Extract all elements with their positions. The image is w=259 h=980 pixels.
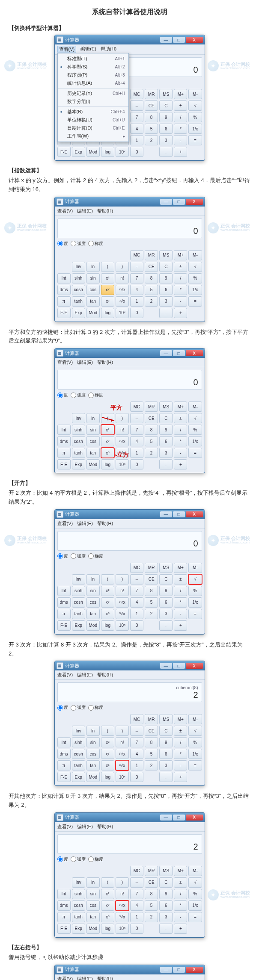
- menu-item-date[interactable]: 日期计算(D)Ctrl+E: [58, 124, 128, 132]
- key-0[interactable]: 0: [130, 772, 143, 782]
- key-C[interactable]: C: [159, 413, 173, 423]
- key-*[interactable]: *: [174, 124, 187, 134]
- key-√[interactable]: √: [188, 262, 202, 272]
- menu-help[interactable]: 帮助(H): [97, 208, 113, 214]
- key-2[interactable]: 2: [145, 135, 158, 145]
- key-cosh[interactable]: cosh: [72, 436, 85, 446]
- key-3[interactable]: 3: [159, 912, 173, 922]
- key-MC[interactable]: MC: [130, 89, 143, 99]
- key-)[interactable]: ): [116, 877, 129, 888]
- key-tanh[interactable]: tanh: [72, 296, 85, 307]
- key-MC[interactable]: MC: [130, 866, 143, 876]
- key-dms[interactable]: dms: [57, 436, 71, 446]
- key-ʸ√x[interactable]: ʸ√x: [116, 285, 129, 295]
- key-5[interactable]: 5: [145, 436, 158, 446]
- key-MS[interactable]: MS: [159, 866, 173, 876]
- key-5[interactable]: 5: [145, 900, 158, 911]
- key-.[interactable]: .: [159, 924, 173, 934]
- key-±[interactable]: ±: [174, 262, 187, 272]
- key-Exp[interactable]: Exp: [72, 308, 85, 318]
- key-8[interactable]: 8: [145, 889, 158, 899]
- key-2[interactable]: 2: [145, 912, 158, 922]
- key-MS[interactable]: MS: [159, 401, 173, 412]
- key-7[interactable]: 7: [130, 737, 143, 747]
- key-tanh[interactable]: tanh: [72, 448, 85, 458]
- key-π[interactable]: π: [57, 448, 71, 458]
- minimize-button[interactable]: —: [160, 199, 172, 205]
- key-±[interactable]: ±: [174, 877, 187, 888]
- key-*[interactable]: *: [174, 900, 187, 911]
- key-%[interactable]: %: [188, 425, 202, 435]
- key--[interactable]: -: [174, 760, 187, 770]
- key-Exp[interactable]: Exp: [72, 772, 85, 782]
- key-tanh[interactable]: tanh: [72, 609, 85, 619]
- key-ʸ√x[interactable]: ʸ√x: [116, 436, 129, 446]
- key-Mod[interactable]: Mod: [86, 772, 100, 782]
- key-([interactable]: (: [101, 262, 114, 272]
- key-MR[interactable]: MR: [145, 563, 158, 573]
- key-.[interactable]: .: [159, 772, 173, 782]
- key-7[interactable]: 7: [130, 586, 143, 596]
- key-)[interactable]: ): [116, 574, 129, 584]
- key-n![interactable]: n!: [116, 425, 129, 435]
- key-([interactable]: (: [101, 877, 114, 888]
- key-sin[interactable]: sin: [86, 586, 100, 596]
- key-ln[interactable]: ln: [86, 262, 100, 272]
- key-√[interactable]: √: [188, 726, 202, 736]
- key-/[interactable]: /: [174, 586, 187, 596]
- key-±[interactable]: ±: [174, 574, 187, 584]
- key-3[interactable]: 3: [159, 760, 173, 770]
- key-=[interactable]: =: [188, 135, 202, 145]
- close-button[interactable]: X: [186, 37, 203, 43]
- key-log[interactable]: log: [101, 620, 114, 631]
- key-10ˣ[interactable]: 10ˣ: [116, 147, 129, 157]
- key-dms[interactable]: dms: [57, 900, 71, 911]
- key-Inv[interactable]: Inv: [72, 877, 85, 888]
- key-cos[interactable]: cos: [86, 900, 100, 911]
- key-5[interactable]: 5: [145, 124, 158, 134]
- key-9[interactable]: 9: [159, 112, 173, 122]
- key-+[interactable]: +: [174, 308, 187, 318]
- key-F-E[interactable]: F-E: [57, 147, 71, 157]
- key-C[interactable]: C: [159, 574, 173, 584]
- key-sinh[interactable]: sinh: [72, 273, 85, 283]
- key-tan[interactable]: tan: [86, 760, 100, 770]
- key-8[interactable]: 8: [145, 586, 158, 596]
- key-Int[interactable]: Int: [57, 889, 71, 899]
- key-9[interactable]: 9: [159, 273, 173, 283]
- key-4[interactable]: 4: [130, 285, 143, 295]
- key-Mod[interactable]: Mod: [86, 924, 100, 934]
- key-³√x[interactable]: ³√x: [116, 760, 129, 770]
- key-n![interactable]: n!: [116, 273, 129, 283]
- key-³√x[interactable]: ³√x: [116, 296, 129, 307]
- key-2[interactable]: 2: [145, 296, 158, 307]
- key-3[interactable]: 3: [159, 135, 173, 145]
- key-.[interactable]: .: [159, 620, 173, 631]
- key-([interactable]: (: [101, 726, 114, 736]
- key-³√x[interactable]: ³√x: [116, 609, 129, 619]
- key-tan[interactable]: tan: [86, 609, 100, 619]
- key-CE[interactable]: CE: [145, 413, 158, 423]
- key-√[interactable]: √: [188, 413, 202, 423]
- key-1[interactable]: 1: [130, 912, 143, 922]
- key-sinh[interactable]: sinh: [72, 586, 85, 596]
- key-/[interactable]: /: [174, 889, 187, 899]
- key-%[interactable]: %: [188, 112, 202, 122]
- key-/[interactable]: /: [174, 737, 187, 747]
- key-9[interactable]: 9: [159, 425, 173, 435]
- key-8[interactable]: 8: [145, 112, 158, 122]
- key-MC[interactable]: MC: [130, 250, 143, 260]
- menu-item-basic[interactable]: 基本(B)Ctrl+F4: [58, 106, 128, 116]
- key-CE[interactable]: CE: [145, 574, 158, 584]
- key-cosh[interactable]: cosh: [72, 597, 85, 608]
- key-tan[interactable]: tan: [86, 448, 100, 458]
- key-+[interactable]: +: [174, 772, 187, 782]
- key-M+[interactable]: M+: [174, 401, 187, 412]
- menu-help[interactable]: 帮助(H): [101, 46, 116, 53]
- key-Int[interactable]: Int: [57, 737, 71, 747]
- key-10ˣ[interactable]: 10ˣ: [116, 772, 129, 782]
- key-ln[interactable]: ln: [86, 726, 100, 736]
- key-Exp[interactable]: Exp: [72, 620, 85, 631]
- key-MS[interactable]: MS: [159, 250, 173, 260]
- key-M+[interactable]: M+: [174, 714, 187, 724]
